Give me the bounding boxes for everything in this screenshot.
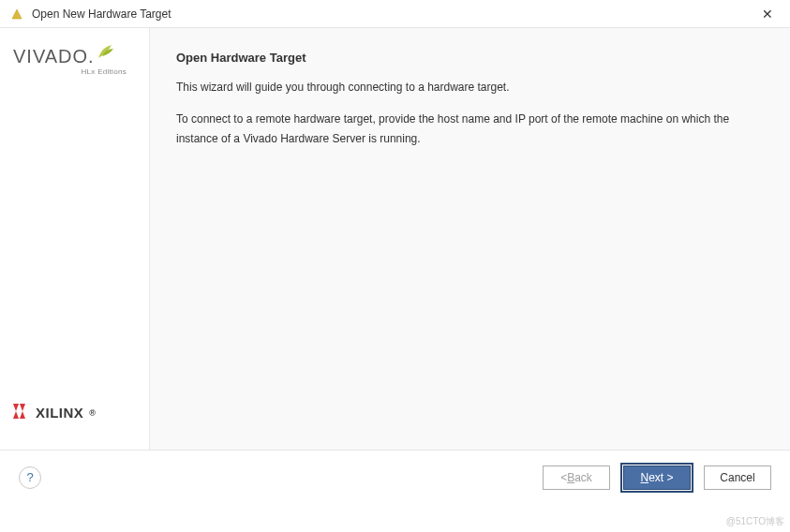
cancel-button[interactable]: Cancel xyxy=(704,466,771,490)
xilinx-brand-text: XILINX xyxy=(36,405,83,421)
footer: ? < Back Next > Cancel xyxy=(0,450,790,504)
help-button[interactable]: ? xyxy=(19,466,41,489)
xilinx-logo: XILINX® xyxy=(13,404,136,421)
back-button: < Back xyxy=(543,466,610,490)
app-icon xyxy=(9,7,24,22)
detail-text: To connect to a remote hardware target, … xyxy=(176,110,764,148)
vivado-brand-text: VIVADO xyxy=(13,47,88,66)
sidebar: VIVADO. HLx Editions XILINX® xyxy=(0,28,150,450)
intro-text: This wizard will guide you through conne… xyxy=(176,78,764,96)
close-icon[interactable]: ✕ xyxy=(754,3,781,25)
footer-buttons: < Back Next > Cancel xyxy=(543,466,771,490)
page-title: Open Hardware Target xyxy=(176,51,764,65)
xilinx-registered: ® xyxy=(89,408,96,418)
window-title: Open New Hardware Target xyxy=(32,7,754,21)
vivado-leaf-icon xyxy=(97,43,115,63)
content-wrapper: VIVADO. HLx Editions XILINX® Open H xyxy=(0,28,790,450)
xilinx-mark-icon xyxy=(13,404,30,421)
back-prefix: < xyxy=(560,471,567,484)
watermark: @51CTO博客 xyxy=(726,515,784,528)
vivado-dot: . xyxy=(88,47,95,66)
next-suffix: ext > xyxy=(648,471,673,484)
next-mnemonic: N xyxy=(640,471,648,484)
back-mnemonic: B xyxy=(567,471,574,484)
titlebar: Open New Hardware Target ✕ xyxy=(0,0,790,28)
vivado-logo: VIVADO. HLx Editions xyxy=(13,47,136,76)
main-content: Open Hardware Target This wizard will gu… xyxy=(150,28,790,450)
back-suffix: ack xyxy=(574,471,592,484)
vivado-subtitle: HLx Editions xyxy=(81,67,127,76)
next-button[interactable]: Next > xyxy=(623,466,691,490)
vivado-brand: VIVADO. xyxy=(13,47,115,66)
